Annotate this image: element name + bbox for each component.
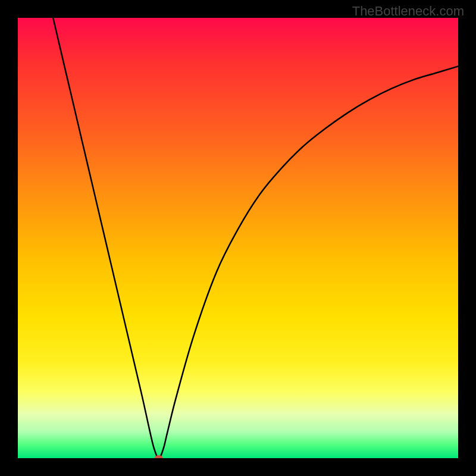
chart-svg xyxy=(18,18,458,458)
watermark-text: TheBottleneck.com xyxy=(352,4,464,19)
chart-plot-area xyxy=(18,18,458,458)
bottleneck-curve xyxy=(53,18,458,458)
